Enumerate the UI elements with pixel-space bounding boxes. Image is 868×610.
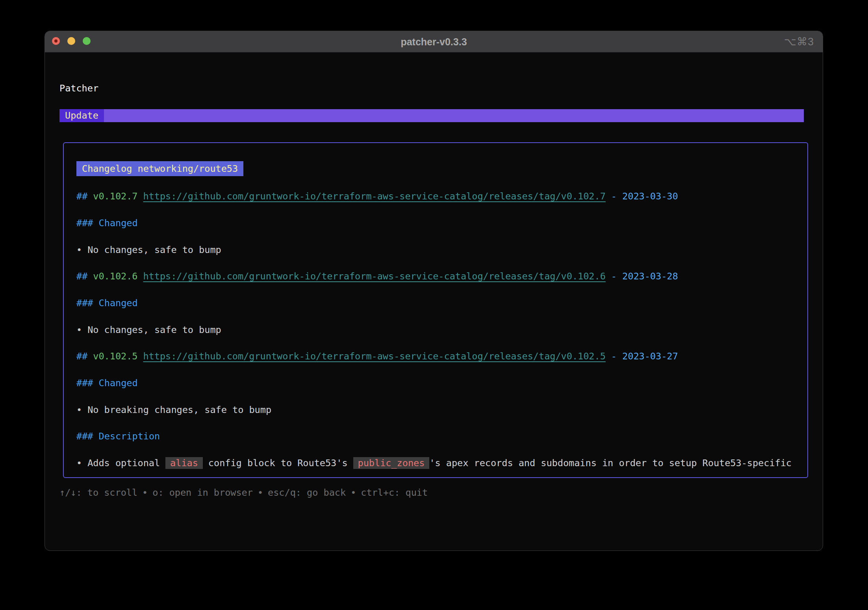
app-window: patcher-v0.3.3 ⌥⌘3 Patcher Update Change… (45, 31, 823, 551)
desktop: { "window": { "title": "patcher-v0.3.3",… (0, 0, 868, 610)
h2-hashes: ## (76, 351, 87, 362)
h2-hashes: ## (76, 271, 87, 282)
inline-code: alias (165, 457, 203, 469)
separator-dot: • (258, 487, 263, 498)
zoom-button[interactable] (83, 37, 91, 45)
help-hint-open: o: open in browser (152, 487, 253, 498)
release-date: - 2023-03-27 (611, 351, 678, 362)
help-hint-scroll: ↑/↓: to scroll (59, 487, 137, 498)
bullet-text: 's apex records and subdomains in order … (429, 458, 792, 469)
bullet-icon: • (76, 404, 82, 415)
release-link[interactable]: https://github.com/gruntwork-io/terrafor… (143, 271, 605, 282)
bullet-text: No changes, safe to bump (87, 244, 221, 255)
bullet-text: config block to Route53's (208, 458, 348, 469)
section-heading: ### Changed (76, 296, 138, 310)
minimize-button[interactable] (67, 37, 75, 45)
inline-code: public_zones (353, 457, 430, 469)
release-heading: ##v0.102.5https://github.com/gruntwork-i… (76, 350, 678, 363)
release-date: - 2023-03-30 (611, 191, 678, 202)
changelog-bullet: •Adds optionalaliasconfig block to Route… (76, 456, 792, 470)
changelog-bullet: •No changes, safe to bump (76, 243, 221, 257)
changelog-panel[interactable]: Changelog networking/route53 ##v0.102.7h… (63, 142, 808, 478)
bullet-text: Adds optional (87, 458, 160, 469)
release-version: v0.102.6 (93, 271, 137, 282)
help-hint-quit: ctrl+c: quit (361, 487, 428, 498)
unsaved-indicator-dot (54, 39, 57, 43)
help-bar: ↑/↓: to scroll•o: open in browser•esc/q:… (59, 486, 428, 499)
changelog-title-badge: Changelog networking/route53 (76, 161, 243, 176)
separator-dot: • (351, 487, 356, 498)
pane-shortcut-label: ⌥⌘3 (784, 35, 814, 48)
close-button[interactable] (52, 37, 60, 45)
release-date: - 2023-03-28 (611, 271, 678, 282)
help-hint-back: esc/q: go back (268, 487, 346, 498)
bullet-icon: • (76, 244, 82, 255)
tab-bar: Update (59, 109, 804, 122)
changelog-bullet: •No breaking changes, safe to bump (76, 403, 271, 417)
release-version: v0.102.7 (93, 191, 137, 202)
bullet-text: No changes, safe to bump (87, 324, 221, 335)
tab-update[interactable]: Update (59, 109, 104, 122)
bullet-text: No breaking changes, safe to bump (87, 404, 271, 415)
separator-dot: • (142, 487, 148, 498)
release-link[interactable]: https://github.com/gruntwork-io/terrafor… (143, 351, 605, 362)
section-heading: ### Changed (76, 216, 138, 230)
bullet-icon: • (76, 458, 82, 469)
window-titlebar[interactable]: patcher-v0.3.3 ⌥⌘3 (45, 31, 823, 52)
window-title: patcher-v0.3.3 (401, 36, 467, 47)
section-heading: ### Description (76, 430, 160, 443)
h2-hashes: ## (76, 191, 87, 202)
page-title: Patcher (59, 82, 98, 95)
changelog-bullet: •No changes, safe to bump (76, 323, 221, 337)
release-version: v0.102.5 (93, 351, 137, 362)
release-heading: ##v0.102.6https://github.com/gruntwork-i… (76, 270, 678, 283)
section-heading: ### Changed (76, 376, 138, 390)
bullet-icon: • (76, 324, 82, 335)
release-heading: ##v0.102.7https://github.com/gruntwork-i… (76, 190, 678, 203)
release-link[interactable]: https://github.com/gruntwork-io/terrafor… (143, 191, 605, 202)
